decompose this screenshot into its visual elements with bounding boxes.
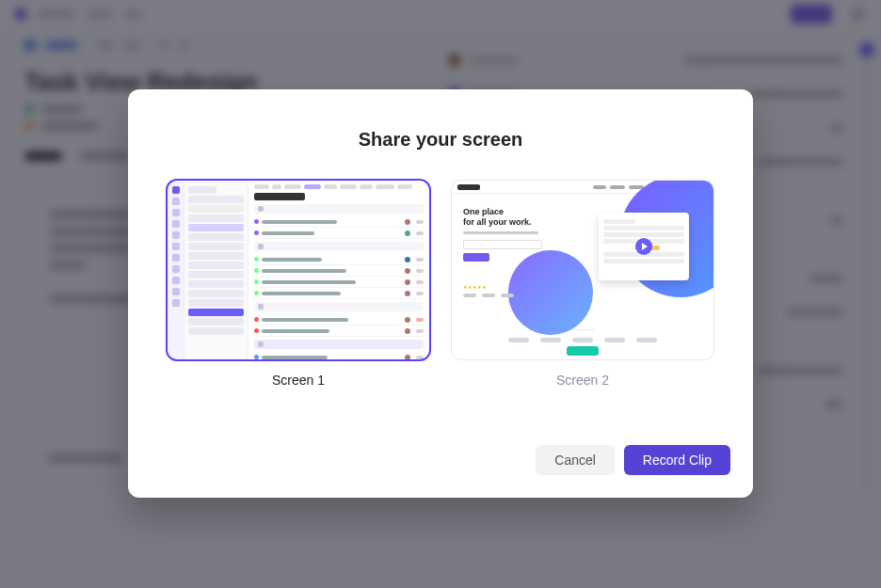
screen-option-2[interactable]: One place for all your work. xyxy=(452,181,713,445)
modal-title: Share your screen xyxy=(128,89,753,181)
screen-option-1[interactable]: Screen 1 xyxy=(168,181,429,445)
play-icon xyxy=(635,238,652,255)
hero-headline-2: for all your work. xyxy=(463,217,542,228)
cancel-button[interactable]: Cancel xyxy=(536,445,615,475)
record-clip-button[interactable]: Record Clip xyxy=(624,445,730,475)
screen-1-thumbnail[interactable] xyxy=(168,181,429,359)
screen-2-label: Screen 2 xyxy=(452,373,713,388)
share-screen-modal: Share your screen xyxy=(128,89,753,498)
screen-2-thumbnail[interactable]: One place for all your work. xyxy=(452,181,713,359)
modal-actions: Cancel Record Clip xyxy=(128,445,753,498)
screen-1-label: Screen 1 xyxy=(168,373,429,388)
screen-options: Screen 1 One place for all your work. xyxy=(128,181,753,445)
hero-headline-1: One place xyxy=(463,207,542,217)
